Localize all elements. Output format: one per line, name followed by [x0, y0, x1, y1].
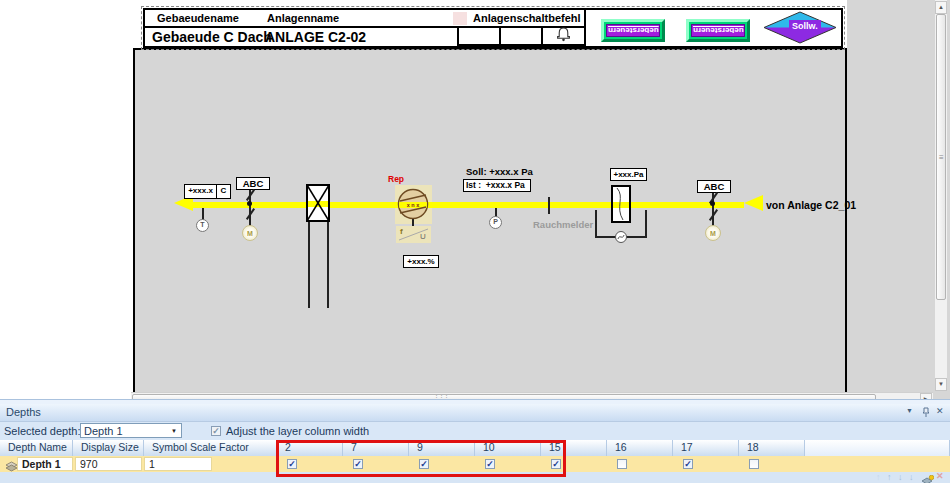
override-button-right-face: uebersteuern [691, 24, 745, 37]
adjust-width-label: Adjust the layer column width [226, 425, 369, 437]
pipe-flare-right [744, 195, 763, 211]
air-duct-pipe [190, 202, 744, 208]
layer-18-checkbox[interactable] [749, 459, 759, 469]
symbol-scale-cell[interactable]: 1 [144, 457, 212, 471]
depths-panel-title: Depths [6, 406, 41, 418]
override-button-right[interactable]: uebersteuern [686, 19, 750, 42]
smoke-detector-tick [548, 197, 550, 214]
fc-f-label: f [400, 227, 403, 236]
adjust-width-checkbox[interactable]: ✓ [211, 426, 221, 436]
filter-symbol [611, 185, 631, 223]
temperature-value: +xxx.x [184, 184, 217, 199]
bell-icon [556, 27, 571, 46]
selected-depth-label: Selected depth: [4, 425, 80, 437]
ba03-actuator: M [705, 225, 721, 241]
mt02-sensor-circle: T [196, 219, 209, 232]
repair-flag-label: Rep [388, 174, 404, 184]
column-header-layer-18: 18 [739, 440, 805, 456]
alarm-bell-button[interactable] [541, 26, 586, 46]
wrg-duct-right [327, 221, 329, 308]
plant-name-value: ANLAGE C2-02 [265, 29, 366, 45]
status-cell-1 [457, 26, 501, 46]
move-down-icon-2[interactable]: ↓ [909, 472, 914, 482]
actual-pressure-box: Ist : +xxx.x Pa [463, 179, 531, 192]
smoke-detector-label: Rauchmelder [533, 219, 593, 230]
panel-pin-icon[interactable] [921, 407, 931, 420]
layer-17-checkbox[interactable]: ✓ [683, 459, 693, 469]
column-header-display-size: Display Size [73, 440, 144, 456]
override-button-left-label: uebersteuern [608, 26, 659, 35]
dp-sensor-icon [614, 230, 628, 244]
fan-symbol: x n x [397, 188, 429, 220]
column-header-layer-16: 16 [607, 440, 673, 456]
column-header-symbol-scale: Symbol Scale Factor [144, 440, 277, 456]
scroll-up-button[interactable]: ▲ [935, 1, 947, 14]
scroll-down-button[interactable]: ▼ [935, 378, 947, 391]
override-button-right-label: uebersteuern [693, 26, 744, 35]
vgrip-icon: ≡ [939, 153, 944, 162]
percent-value-box: +xxx.% [403, 255, 439, 268]
depth-name-cell[interactable]: Depth 1 [17, 457, 73, 471]
column-header-filler [805, 440, 950, 456]
heat-exchanger-symbol [306, 184, 330, 222]
pa-value-box: +xxx.Pa [610, 168, 647, 181]
frequency-converter-box: f U [396, 226, 431, 243]
display-size-cell[interactable]: 970 [75, 457, 142, 471]
dropdown-arrow-icon: ▼ [171, 428, 177, 434]
move-down-icon[interactable]: ↓ [898, 472, 903, 482]
add-layer-icon[interactable] [921, 472, 934, 483]
ba01-actuator: M [242, 225, 258, 241]
plant-header-block: Gebaeudename Anlagenname Anlagenschaltbe… [143, 8, 843, 48]
ba01-pivot-dot [247, 201, 252, 206]
application-window: Gebaeudename Anlagenname Anlagenschaltbe… [0, 0, 950, 483]
from-plant-label: von Anlage C2_01 [766, 199, 856, 211]
override-button-left[interactable]: uebersteuern [601, 19, 665, 42]
fc-u-label: U [420, 232, 426, 241]
panel-chevron-down-icon[interactable]: ▼ [906, 407, 913, 414]
setpoint-label: Sollw. [789, 20, 821, 32]
vertical-scrollbar-thumb[interactable]: ≡ [936, 14, 946, 300]
panel-close-icon[interactable]: ✕ [936, 406, 944, 416]
selected-depth-value: Depth 1 [84, 425, 123, 437]
highlight-rectangle [276, 440, 566, 477]
temperature-unit: C [216, 184, 231, 199]
temperature-value-box: +xxx.x C [184, 184, 231, 199]
vertical-scrollbar[interactable]: ▲ ≡ ▼ [935, 0, 947, 391]
command-status-box [453, 12, 467, 25]
column-header-layer-17: 17 [673, 440, 739, 456]
move-up-icon[interactable]: ↑ [887, 472, 892, 482]
depths-panel-controls: Selected depth: Depth 1 ▼ ✓ Adjust the l… [0, 422, 950, 440]
status-cell-2 [499, 26, 543, 46]
ba03-pivot-dot [710, 201, 715, 206]
selected-depth-dropdown[interactable]: Depth 1 ▼ [80, 423, 182, 438]
delete-layer-icon[interactable]: ✕ [936, 471, 944, 481]
md01-pressure-sensor: P [489, 216, 502, 229]
depths-panel-titlebar: Depths ▼ ✕ [0, 404, 950, 422]
setpoint-pressure-label: Soll: +xxx.x Pa [466, 166, 533, 177]
move-up-icon-disabled[interactable]: ↑ [876, 472, 881, 482]
dp-tap-left [595, 210, 597, 237]
wrg-duct-left [308, 221, 310, 308]
building-name-value: Gebaeude C Dach [152, 29, 272, 45]
abc-box-right: ABC [697, 180, 731, 193]
dp-tap-right [645, 210, 647, 237]
fan-marks: x n x [407, 202, 420, 208]
plant-command-label: Anlagenschaltbefehl [473, 12, 581, 24]
layer-16-checkbox[interactable] [617, 459, 627, 469]
setpoint-diamond-button[interactable]: Sollw. [763, 11, 837, 44]
plant-name-label: Anlagenname [267, 12, 339, 24]
building-name-label: Gebaeudename [157, 12, 239, 24]
column-header-depth-name: Depth Name [0, 440, 73, 456]
override-button-left-face: uebersteuern [606, 24, 660, 37]
